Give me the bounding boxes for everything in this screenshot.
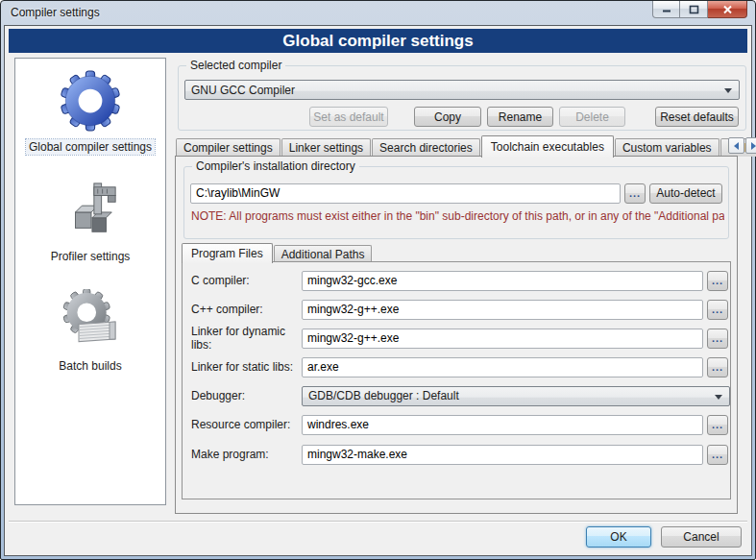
selected-compiler-dropdown[interactable]: GNU GCC Compiler [184, 80, 740, 100]
subtab-additional-paths[interactable]: Additional Paths [274, 245, 373, 262]
tab-linker-settings[interactable]: Linker settings [281, 138, 371, 157]
program-files-panel: C compiler: ... C++ compiler: ... Linker… [182, 261, 731, 499]
close-icon [722, 5, 733, 14]
sidebar-item-batch-builds[interactable]: Batch builds [56, 287, 124, 374]
sidebar-item-label: Profiler settings [48, 249, 134, 264]
compiler-settings-window: Compiler settings Global compiler settin… [0, 0, 756, 560]
install-directory-note: NOTE: All programs must exist either in … [191, 209, 724, 223]
copy-button[interactable]: Copy [414, 107, 481, 127]
gray-gear-stack-icon [58, 287, 123, 353]
settings-category-sidebar: Global compiler settings [14, 58, 166, 505]
linker-dynamic-input[interactable] [302, 329, 703, 349]
resource-compiler-label: Resource compiler: [191, 418, 302, 431]
toolchain-executables-panel: Compiler's installation directory ... Au… [175, 156, 738, 514]
tab-compiler-settings[interactable]: Compiler settings [176, 138, 280, 157]
field-row-debugger: Debugger: GDB/CDB debugger : Default [183, 385, 730, 406]
selected-compiler-group-label: Selected compiler [186, 59, 285, 72]
make-program-label: Make program: [191, 448, 302, 461]
cpp-compiler-browse-button[interactable]: ... [707, 300, 728, 320]
close-button[interactable] [708, 1, 747, 18]
c-compiler-browse-button[interactable]: ... [707, 271, 728, 291]
subtab-program-files[interactable]: Program Files [182, 243, 273, 263]
debugger-dropdown[interactable]: GDB/CDB debugger : Default [302, 386, 730, 406]
tab-scroll-buttons [728, 137, 756, 154]
field-row-cpp-compiler: C++ compiler: ... [183, 299, 730, 320]
dialog-content: Global compiler settings [4, 25, 752, 556]
dialog-footer: OK Cancel [5, 526, 742, 548]
cpp-compiler-label: C++ compiler: [191, 303, 302, 316]
page-title-banner: Global compiler settings [9, 29, 747, 53]
field-row-make-program: Make program: ... [183, 444, 730, 465]
c-compiler-label: C compiler: [191, 274, 302, 287]
cancel-button[interactable]: Cancel [661, 526, 742, 548]
window-title: Compiler settings [11, 6, 100, 19]
compiler-actions: Set as default Copy Rename Delete Reset … [184, 107, 739, 127]
debugger-value: GDB/CDB debugger : Default [308, 389, 459, 402]
resource-compiler-browse-button[interactable]: ... [707, 415, 728, 435]
linker-dynamic-browse-button[interactable]: ... [707, 329, 728, 349]
maximize-icon [689, 5, 699, 14]
tab-scroll-right-button[interactable] [745, 137, 756, 154]
make-program-browse-button[interactable]: ... [707, 445, 728, 465]
make-program-input[interactable] [302, 445, 703, 465]
rename-button[interactable]: Rename [487, 107, 553, 127]
resource-compiler-input[interactable] [302, 415, 703, 435]
tab-scroll-left-button[interactable] [728, 137, 744, 154]
field-row-linker-dynamic: Linker for dynamic libs: ... [183, 328, 730, 349]
sidebar-item-label: Batch builds [56, 358, 124, 374]
set-as-default-button: Set as default [309, 107, 388, 127]
chevron-down-icon [724, 88, 732, 93]
sidebar-item-profiler-settings[interactable]: Profiler settings [48, 178, 134, 264]
linker-static-label: Linker for static libs: [191, 360, 302, 374]
install-directory-group-label: Compiler's installation directory [192, 159, 359, 173]
delete-button: Delete [559, 107, 625, 127]
sidebar-item-label: Global compiler settings [26, 139, 155, 155]
browse-directory-button[interactable]: ... [624, 183, 646, 204]
right-triangle-icon [751, 142, 756, 150]
tab-custom-variables[interactable]: Custom variables [615, 138, 719, 157]
caliper-blocks-icon [58, 178, 123, 243]
debugger-label: Debugger: [191, 389, 302, 402]
chevron-down-icon [715, 395, 722, 400]
linker-static-browse-button[interactable]: ... [707, 357, 728, 377]
left-triangle-icon [734, 142, 739, 150]
main-settings-area: Selected compiler GNU GCC Compiler Set a… [174, 58, 749, 521]
titlebar[interactable]: Compiler settings [1, 1, 755, 25]
footer-separator [9, 521, 747, 523]
minimize-button[interactable] [652, 1, 680, 18]
install-directory-row: ... Auto-detect [190, 183, 722, 204]
settings-tabstrip: Compiler settings Linker settings Search… [176, 134, 748, 157]
selected-compiler-group: Selected compiler GNU GCC Compiler Set a… [178, 65, 746, 131]
blue-gear-icon [58, 68, 123, 134]
program-files-subtabs: Program Files Additional Paths [182, 242, 373, 262]
install-directory-group: Compiler's installation directory ... Au… [183, 166, 729, 239]
field-row-linker-static: Linker for static libs: ... [183, 356, 730, 377]
linker-dynamic-label: Linker for dynamic libs: [191, 325, 302, 352]
maximize-button[interactable] [680, 1, 708, 18]
field-row-resource-compiler: Resource compiler: ... [183, 414, 730, 435]
reset-defaults-button[interactable]: Reset defaults [655, 107, 739, 127]
field-row-c-compiler: C compiler: ... [183, 270, 730, 291]
minimize-icon [662, 5, 671, 13]
tab-toolchain-executables[interactable]: Toolchain executables [481, 135, 614, 158]
window-controls [652, 1, 747, 18]
ok-button[interactable]: OK [586, 526, 651, 548]
sidebar-item-global-compiler-settings[interactable]: Global compiler settings [26, 68, 155, 155]
tab-search-directories[interactable]: Search directories [372, 138, 480, 157]
selected-compiler-value: GNU GCC Compiler [191, 84, 295, 97]
auto-detect-button[interactable]: Auto-detect [649, 183, 722, 204]
install-directory-input[interactable] [190, 183, 621, 204]
linker-static-input[interactable] [302, 357, 703, 377]
cpp-compiler-input[interactable] [302, 300, 703, 320]
c-compiler-input[interactable] [302, 271, 703, 291]
